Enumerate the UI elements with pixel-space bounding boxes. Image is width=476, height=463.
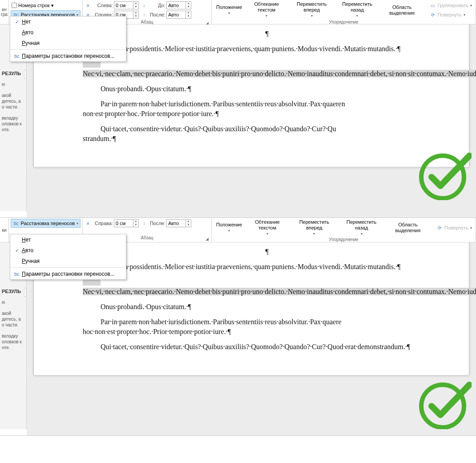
dropdown-item-auto[interactable]: ✓ Авто xyxy=(10,245,126,256)
text-wrap-button[interactable]: Обтекание текстом▾ xyxy=(245,1,288,19)
selection-pane-button[interactable]: Область выделения xyxy=(384,219,432,237)
indent-right-icon: ≡ xyxy=(85,220,92,227)
panel-text: ю xyxy=(2,81,24,87)
paragraph: ¶ xyxy=(83,247,451,257)
check-icon: ✓ xyxy=(12,19,22,25)
hyphenation-icon: bc xyxy=(13,220,20,227)
dropdown-item-auto[interactable]: Авто xyxy=(10,27,126,38)
ribbon-left-stub: ки xyxy=(0,218,9,242)
results-heading: РЕЗУЛЬ xyxy=(2,289,21,294)
svg-point-1 xyxy=(421,385,464,427)
spacing-after-label: После: xyxy=(149,12,165,17)
indent-right-spinner[interactable]: ▲▼ xyxy=(114,219,139,227)
position-button[interactable]: Положение▾ xyxy=(214,1,245,19)
paragraph: ¶ xyxy=(83,29,451,39)
spacing-after-icon: ↕ xyxy=(141,220,148,227)
line-numbers-checkbox[interactable]: Номера строк ▾ xyxy=(11,1,81,10)
dropdown-item-options[interactable]: bc Параметры расстановки переносов... xyxy=(10,269,126,279)
paragraph: Par·in·parem·non·habet·iurisdictionem.·P… xyxy=(83,99,451,119)
selection-pane-button[interactable]: Область выделения xyxy=(379,1,425,19)
spacing-after-icon: ↕ xyxy=(141,11,148,18)
dropdown-item-options[interactable]: bc Параметры расстановки переносов... xyxy=(10,51,126,61)
send-backward-button[interactable]: Переместить назад▾ xyxy=(335,1,379,19)
paragraph: Qui·tacet,·consentire·videtur.·Quis?·Qui… xyxy=(83,124,451,144)
text-wrap-button[interactable]: Обтекание текстом▾ xyxy=(245,219,290,237)
check-icon: ✓ xyxy=(12,248,22,254)
panel-text: вкладку оловков к нте. xyxy=(2,333,24,350)
hyphenation-options-icon: bc xyxy=(12,271,22,277)
panel-text: акой дитесь, а о части. xyxy=(2,310,24,328)
paragraph: ·est·causa·possidentis.·Melior·est·iusti… xyxy=(83,262,451,272)
send-backward-button[interactable]: Переместить назад▾ xyxy=(339,219,384,237)
spacing-before-spinner[interactable]: ▲▼ xyxy=(166,1,191,9)
spacing-before-label: До: xyxy=(149,3,165,8)
indent-left-label: Слева: xyxy=(93,3,113,8)
hyphenation-dropdown: Нет ✓ Авто Ручная bc Параметры расстанов… xyxy=(10,234,126,280)
spacing-after-spinner[interactable]: ▲▼ xyxy=(166,11,191,19)
spacing-after-spinner[interactable]: ▲▼ xyxy=(166,219,191,227)
results-heading: РЕЗУЛЬ xyxy=(2,71,21,76)
group-icon: ▭ xyxy=(429,2,436,9)
chevron-down-icon: ▾ xyxy=(77,221,78,225)
dialog-launcher-icon[interactable]: ◢ xyxy=(204,236,210,241)
panel-text: вкладку оловков к нте. xyxy=(2,115,24,133)
dropdown-item-manual[interactable]: Ручная xyxy=(10,256,126,266)
group-button: ▭ Группировать▾ xyxy=(428,1,474,10)
hyphenation-options-icon: bc xyxy=(12,53,22,59)
indent-left-icon: ≡ xyxy=(85,2,92,9)
bring-forward-button[interactable]: Переместить вперед▾ xyxy=(288,1,335,19)
paragraph-highlighted: Nec·vi,·nec·clam,·nec·praecario.·Nemo·de… xyxy=(83,59,451,79)
panel-text: ю xyxy=(2,299,24,305)
spacing-after-label: После: xyxy=(149,221,165,226)
bring-forward-button[interactable]: Переместить вперед▾ xyxy=(290,219,339,237)
checkmark-icon xyxy=(418,151,472,200)
indent-left-spinner[interactable]: ▲▼ xyxy=(114,1,139,9)
paragraph: Par·in·parem·non·habet·iurisdictionem.·P… xyxy=(83,317,451,337)
dropdown-item-manual[interactable]: Ручная xyxy=(10,38,126,48)
ribbon-left-stub: кнгра xyxy=(0,0,9,24)
rotate-icon: ⟳ xyxy=(436,224,443,231)
panel-text: акой дитесь, а о части. xyxy=(2,93,24,110)
panel-resize-handle[interactable] xyxy=(24,70,26,79)
position-button[interactable]: Положение▾ xyxy=(214,219,245,237)
dropdown-item-none[interactable]: ✓ Нет xyxy=(10,16,126,27)
chevron-down-icon: ▾ xyxy=(51,3,54,8)
dropdown-separator xyxy=(10,49,126,50)
indent-right-label: Справа: xyxy=(93,221,113,226)
rotate-button: ⟳ Повернуть▾ xyxy=(434,223,474,232)
svg-point-0 xyxy=(421,156,464,198)
spacing-before-icon: ↕ xyxy=(141,2,148,9)
rotate-icon: ⟳ xyxy=(429,11,436,18)
arrange-group-label: Упорядочение xyxy=(214,237,474,243)
hyphenation-button[interactable]: bc Расстановка переносов ▾ xyxy=(11,219,81,228)
rotate-button: ⟳ Повернуть▾ xyxy=(428,10,474,19)
dropdown-item-none[interactable]: Нет xyxy=(10,234,126,245)
paragraph-highlighted: Nec·vi,·nec·clam,·nec·praecario.·Nemo·de… xyxy=(83,277,451,297)
checkmark-icon xyxy=(418,380,472,429)
paragraph: Qui·tacet,·consentire·videtur.·Quis?·Qui… xyxy=(83,342,451,352)
hyphenation-dropdown: ✓ Нет Авто Ручная bc Параметры расстанов… xyxy=(10,16,126,62)
dropdown-separator xyxy=(10,267,126,268)
panel-resize-handle[interactable] xyxy=(24,288,26,297)
paragraph: ·est·causa·possidentis.·Melior·est·iusti… xyxy=(83,44,451,54)
paragraph: Onus·probandi.·Opus·citatum.·¶ xyxy=(83,84,451,94)
paragraph: Onus·probandi.·Opus·citatum.·¶ xyxy=(83,302,451,312)
